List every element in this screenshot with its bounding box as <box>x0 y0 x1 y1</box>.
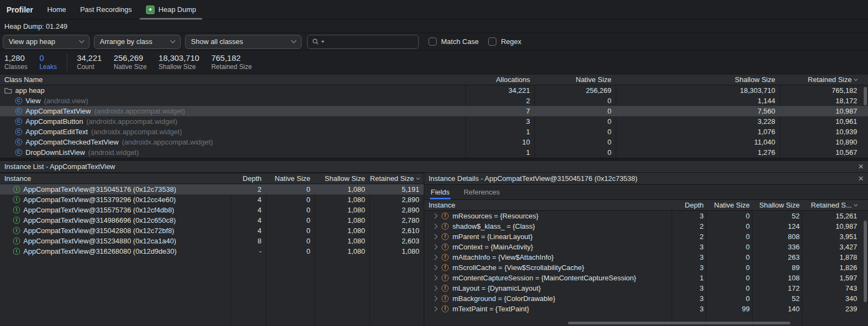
cell-native-size: 0 <box>534 137 616 147</box>
search-options-chevron-icon[interactable] <box>321 41 324 43</box>
expand-chevron-icon[interactable] <box>432 255 438 260</box>
cell-retained-size: 340 <box>804 293 868 304</box>
cell-allocations: 34,221 <box>465 85 534 96</box>
heap-row[interactable]: app heap 34,221 256,269 18,303,710 765,1… <box>0 85 868 96</box>
regex-checkbox[interactable] <box>488 37 496 46</box>
cell-native-size: 0 <box>708 242 754 252</box>
instance-row[interactable]: I AppCompatTextView@315234880 (0x12ca1a4… <box>0 236 424 246</box>
expand-chevron-icon[interactable] <box>432 286 438 291</box>
close-instance-list-icon[interactable]: × <box>858 162 864 171</box>
field-row[interactable]: f mResources = {Resources} 3 0 52 15,261 <box>424 211 868 221</box>
match-case-option[interactable]: Match Case <box>429 37 478 46</box>
class-row-selected[interactable]: C AppCompatTextView (androidx.appcompat.… <box>0 106 868 116</box>
column-class-name[interactable]: Class Name <box>0 74 465 85</box>
class-row[interactable]: C AppCompatEditText (androidx.appcompat.… <box>0 127 868 137</box>
field-label: mBackground = {ColorDrawable} <box>452 294 556 303</box>
expand-chevron-icon[interactable] <box>432 214 438 219</box>
class-package: (androidx.appcompat.widget) <box>94 107 185 115</box>
match-case-checkbox[interactable] <box>429 37 437 46</box>
instance-row[interactable]: I AppCompatTextView@315379296 (0x12cc4e6… <box>0 195 424 205</box>
column-retained-size[interactable]: Retained S... <box>804 200 868 210</box>
instance-icon: I <box>13 227 20 234</box>
class-row[interactable]: C AppCompatCheckedTextView (androidx.app… <box>0 137 868 147</box>
column-instance[interactable]: Instance <box>424 200 674 210</box>
field-row[interactable]: f mContext = {MainActivity} 3 0 336 3,42… <box>424 242 868 252</box>
stat-leaks[interactable]: 0 Leaks <box>40 53 57 72</box>
column-shallow-size[interactable]: Shallow Size <box>754 200 804 210</box>
tab-references[interactable]: References <box>464 185 500 199</box>
expand-chevron-icon[interactable] <box>432 306 438 312</box>
class-row[interactable]: C DropDownListView (android.widget) 1 0 … <box>0 147 868 158</box>
field-row[interactable]: f mBackground = {ColorDrawable} 3 0 52 3… <box>424 293 868 304</box>
cell-native-size: 0 <box>708 221 754 231</box>
expand-chevron-icon[interactable] <box>432 296 438 302</box>
cell-retained-size: 1,826 <box>804 262 868 273</box>
search-input[interactable] <box>326 37 414 46</box>
cell-retained-size: 1,080 <box>369 246 424 256</box>
cell-depth: 4 <box>231 205 266 215</box>
column-native-size[interactable]: Native Size <box>534 74 616 85</box>
field-icon: f <box>442 295 449 302</box>
regex-option[interactable]: Regex <box>488 37 521 46</box>
cell-native-size: 0 <box>266 246 315 256</box>
cell-native-size: 0 <box>534 127 616 137</box>
expand-chevron-icon[interactable] <box>432 265 438 271</box>
field-row[interactable]: f mParent = {LinearLayout} 2 0 808 3,951 <box>424 231 868 242</box>
expand-chevron-icon[interactable] <box>432 234 438 240</box>
column-instance[interactable]: Instance <box>0 173 231 184</box>
class-icon: C <box>15 97 22 104</box>
field-row[interactable]: f mContentCaptureSession = {MainContentC… <box>424 273 868 283</box>
column-shallow-size[interactable]: Shallow Size <box>616 74 780 85</box>
instance-row[interactable]: I AppCompatTextView@316268080 (0x12d9de3… <box>0 246 424 256</box>
instance-row[interactable]: I AppCompatTextView@314986696 (0x12c650c… <box>0 215 424 225</box>
column-depth[interactable]: Depth <box>674 200 708 210</box>
arrange-by-select-value: Arrange by class <box>100 37 152 46</box>
search-field[interactable] <box>307 35 419 49</box>
tab-past-recordings[interactable]: Past Recordings <box>80 0 132 20</box>
view-heap-select[interactable]: View app heap <box>3 35 90 49</box>
cell-retained-size: 10,987 <box>804 221 868 231</box>
field-row[interactable]: f mScrollCache = {View$ScrollabilityCach… <box>424 262 868 273</box>
column-retained-size[interactable]: Retained Size <box>780 74 868 85</box>
field-row[interactable]: f mLayout = {DynamicLayout} 3 0 172 743 <box>424 283 868 293</box>
sort-chevron-icon <box>854 203 858 206</box>
expand-chevron-icon[interactable] <box>432 224 438 229</box>
class-row[interactable]: C AppCompatButton (androidx.appcompat.wi… <box>0 116 868 127</box>
class-row[interactable]: C View (android.view) 2 0 1,144 18,172 <box>0 96 868 106</box>
tab-heap-dump-label: Heap Dump <box>158 5 196 14</box>
stat-shallow-label: Shallow Size <box>158 63 199 71</box>
close-instance-details-icon[interactable]: × <box>858 174 864 183</box>
tab-home[interactable]: Home <box>47 0 66 20</box>
expand-chevron-icon[interactable] <box>432 275 438 281</box>
column-native-size[interactable]: Native Size <box>266 173 315 184</box>
expand-chevron-icon[interactable] <box>432 244 438 250</box>
sort-chevron-icon <box>416 176 420 180</box>
details-header: Instance Depth Native Size Shallow Size … <box>424 199 868 211</box>
details-vertical-scrollbar[interactable] <box>864 221 867 302</box>
cell-depth: 3 <box>674 304 708 314</box>
field-row[interactable]: f mAttachInfo = {View$AttachInfo} 3 0 26… <box>424 252 868 262</box>
instance-row-selected[interactable]: I AppCompatTextView@315045176 (0x12c7353… <box>0 184 424 195</box>
main-tab-bar: Profiler Home Past Recordings * Heap Dum… <box>0 0 868 20</box>
column-native-size[interactable]: Native Size <box>708 200 754 210</box>
tab-heap-dump[interactable]: * Heap Dump <box>146 0 196 20</box>
cell-shallow-size: 1,080 <box>315 184 369 195</box>
show-classes-select[interactable]: Show all classes <box>185 35 302 49</box>
cell-retained-size: 10,890 <box>780 137 868 147</box>
instance-row[interactable]: I AppCompatTextView@315575736 (0x12cf4db… <box>0 205 424 215</box>
details-horizontal-scrollbar[interactable] <box>568 322 790 324</box>
column-allocations[interactable]: Allocations <box>465 74 534 85</box>
class-table-scrollbar[interactable] <box>864 87 867 105</box>
field-row[interactable]: f shadow$_klass_ = {Class} 2 0 124 10,98… <box>424 221 868 231</box>
field-name-cell: f mContext = {MainActivity} <box>424 242 674 252</box>
arrange-by-select[interactable]: Arrange by class <box>94 35 181 49</box>
instance-row[interactable]: I AppCompatTextView@315042808 (0x12c72bf… <box>0 225 424 236</box>
class-table: Class Name Allocations Native Size Shall… <box>0 74 868 158</box>
field-row[interactable]: f mTextPaint = {TextPaint} 3 99 140 239 <box>424 304 868 314</box>
column-retained-size[interactable]: Retained Size <box>369 173 424 184</box>
cell-shallow-size: 52 <box>754 211 804 221</box>
column-shallow-size[interactable]: Shallow Size <box>315 173 369 184</box>
class-icon: C <box>15 149 22 156</box>
column-depth[interactable]: Depth <box>231 173 266 184</box>
tab-fields[interactable]: Fields <box>431 185 450 199</box>
